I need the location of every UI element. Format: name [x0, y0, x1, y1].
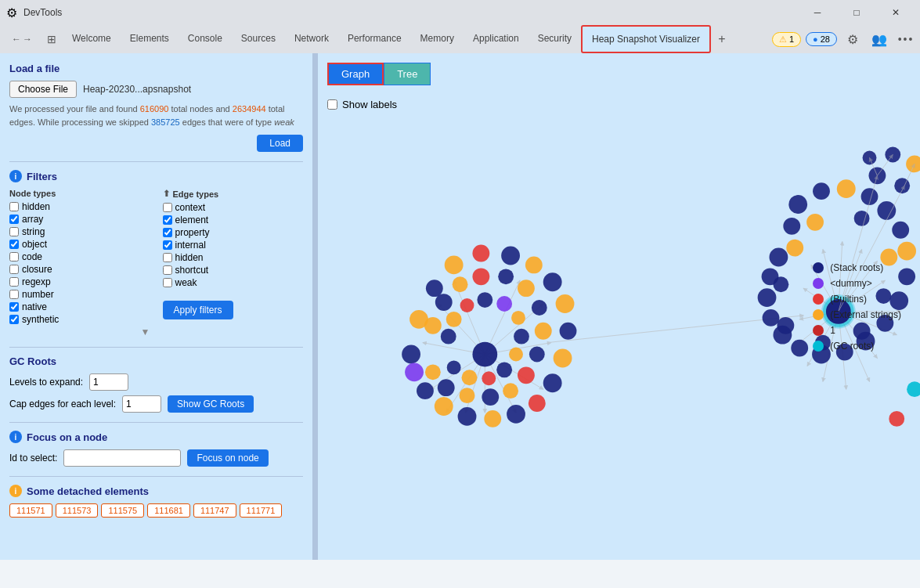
- node-number-checkbox[interactable]: [9, 290, 19, 299]
- warning-count: 1: [789, 34, 794, 44]
- detached-tag-4[interactable]: 111747: [193, 503, 236, 518]
- node-regexp-checkbox[interactable]: [9, 277, 19, 287]
- detached-tag-1[interactable]: 111573: [56, 503, 99, 518]
- tab-heap-snapshot-visualizer[interactable]: Heap Snapshot Visualizer: [581, 25, 711, 53]
- svg-point-94: [770, 248, 788, 267]
- svg-point-60: [460, 388, 475, 403]
- edge-shortcut-checkbox[interactable]: [163, 265, 172, 275]
- gc-cap-input[interactable]: [122, 395, 161, 413]
- minimize-button[interactable]: ─: [799, 0, 835, 25]
- tab-welcome[interactable]: Welcome: [63, 25, 121, 53]
- tab-console[interactable]: Console: [179, 25, 232, 53]
- show-gc-roots-button[interactable]: Show GC Roots: [168, 395, 254, 413]
- svg-point-63: [441, 329, 456, 345]
- node-native-checkbox[interactable]: [9, 302, 19, 312]
- legend-dot-dummy: [813, 278, 824, 289]
- focus-node-button[interactable]: Focus on node: [187, 449, 268, 467]
- tab-bar: ← → ⊞ Welcome Elements Console Sources N…: [0, 25, 920, 53]
- edge-context-checkbox[interactable]: [163, 203, 172, 212]
- svg-point-44: [458, 407, 477, 426]
- detached-tag-0[interactable]: 111571: [9, 503, 52, 518]
- svg-point-54: [532, 300, 547, 316]
- node-string-checkbox[interactable]: [9, 227, 19, 236]
- svg-point-37: [556, 294, 575, 313]
- focus-node-title: Focus on a node: [27, 431, 107, 443]
- graph-view-button[interactable]: Graph: [327, 63, 384, 85]
- show-labels-row: Show labels: [327, 99, 397, 110]
- back-icon: ←: [12, 34, 21, 45]
- edge-element-checkbox[interactable]: [163, 215, 172, 225]
- svg-point-49: [435, 294, 453, 311]
- apply-filters-button[interactable]: Apply filters: [163, 301, 233, 319]
- panel-icon[interactable]: ⊞: [41, 28, 63, 50]
- title-bar-controls: ─ □ ✕: [799, 0, 914, 25]
- svg-point-97: [854, 211, 870, 226]
- svg-point-110: [906, 156, 920, 173]
- node-type-code: code: [9, 251, 150, 262]
- svg-point-53: [518, 280, 535, 297]
- tab-sources[interactable]: Sources: [232, 25, 285, 53]
- node-array-checkbox[interactable]: [9, 215, 19, 224]
- edge-sort-icon: ⬆: [163, 189, 170, 199]
- edge-types-title: ⬆ Edge types: [163, 189, 304, 199]
- tab-security[interactable]: Security: [529, 25, 581, 53]
- svg-point-75: [472, 342, 497, 367]
- legend-dot-external-strings: [813, 309, 824, 320]
- svg-point-71: [496, 362, 512, 377]
- svg-point-80: [877, 201, 896, 220]
- gc-levels-row: Levels to expand:: [9, 373, 303, 391]
- more-options-icon[interactable]: •••: [895, 28, 917, 50]
- legend-builtins: (Builtins): [813, 294, 901, 305]
- svg-point-40: [543, 373, 562, 392]
- tab-elements[interactable]: Elements: [121, 25, 179, 53]
- svg-point-73: [462, 370, 478, 385]
- edge-internal-checkbox[interactable]: [163, 240, 172, 250]
- back-forward-icons[interactable]: ← →: [3, 28, 41, 50]
- edge-type-shortcut: shortcut: [163, 265, 304, 276]
- edge-property-checkbox[interactable]: [163, 228, 172, 237]
- svg-point-29: [402, 345, 420, 364]
- maximize-button[interactable]: □: [839, 0, 875, 25]
- svg-point-66: [477, 292, 492, 308]
- tab-application[interactable]: Application: [464, 25, 529, 53]
- node-types-title: Node types: [9, 189, 150, 198]
- profile-icon[interactable]: 👥: [868, 28, 890, 50]
- svg-point-65: [460, 298, 474, 312]
- show-labels-checkbox[interactable]: [327, 99, 337, 110]
- detached-tag-2[interactable]: 111575: [101, 503, 144, 518]
- add-tab-button[interactable]: +: [711, 28, 733, 50]
- svg-point-58: [503, 383, 518, 399]
- edge-type-weak: weak: [163, 277, 304, 288]
- detached-tag-3[interactable]: 111681: [147, 503, 190, 518]
- choose-file-button[interactable]: Choose File: [9, 81, 77, 98]
- node-hidden-checkbox[interactable]: [9, 202, 19, 211]
- node-object-checkbox[interactable]: [9, 240, 19, 249]
- settings-icon[interactable]: ⚙: [842, 28, 864, 50]
- node-type-regexp: regexp: [9, 276, 150, 287]
- view-toggle: Graph Tree: [327, 63, 431, 85]
- tab-memory[interactable]: Memory: [411, 25, 464, 53]
- edge-hidden-checkbox[interactable]: [163, 253, 172, 262]
- edge-type-hidden: hidden: [163, 252, 304, 263]
- gc-levels-input[interactable]: [89, 373, 128, 391]
- svg-point-36: [543, 272, 562, 291]
- gc-levels-label: Levels to expand:: [9, 377, 83, 388]
- error-badge: ● 28: [806, 32, 837, 46]
- edge-weak-checkbox[interactable]: [163, 278, 172, 287]
- svg-point-109: [894, 178, 910, 193]
- close-button[interactable]: ✕: [878, 0, 914, 25]
- total-edges: 2634944: [233, 104, 266, 114]
- focus-id-input[interactable]: [63, 449, 181, 467]
- tab-performance[interactable]: Performance: [338, 25, 411, 53]
- legend-dot-builtins: [813, 294, 824, 305]
- node-closure-checkbox[interactable]: [9, 265, 19, 274]
- node-type-number: number: [9, 289, 150, 300]
- node-synthetic-checkbox[interactable]: [9, 315, 19, 324]
- load-button[interactable]: Load: [257, 135, 303, 152]
- svg-point-119: [889, 411, 904, 427]
- tab-network[interactable]: Network: [285, 25, 338, 53]
- node-code-checkbox[interactable]: [9, 252, 19, 262]
- detached-tag-5[interactable]: 111771: [240, 503, 283, 518]
- tree-view-button[interactable]: Tree: [384, 63, 431, 85]
- show-labels-label: Show labels: [342, 99, 397, 110]
